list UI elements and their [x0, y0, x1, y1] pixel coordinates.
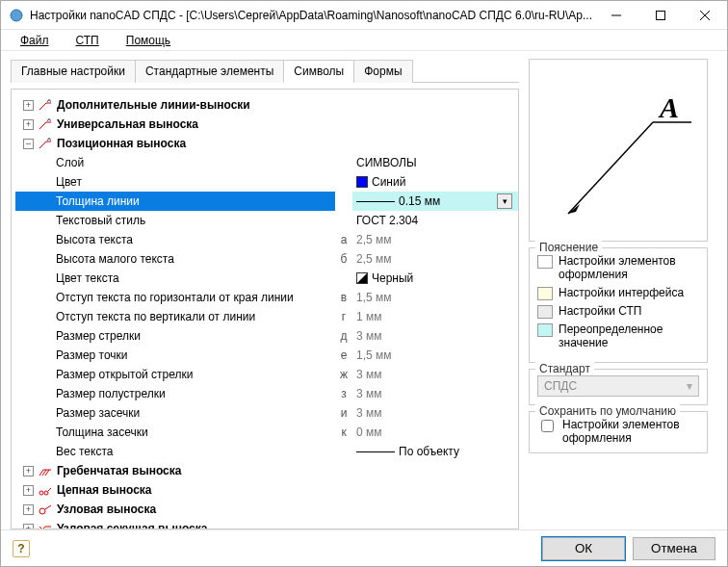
standard-group: Стандарт СПДС ▾ [529, 369, 708, 405]
prop-text-offset-horizontal[interactable]: Отступ текста по горизонтали от края лин… [15, 288, 518, 307]
prop-color[interactable]: Цвет Синий [15, 172, 518, 192]
svg-point-0 [11, 10, 22, 21]
prop-text-color[interactable]: Цвет текста Черный [15, 269, 518, 288]
legend-swatch-icon [537, 287, 553, 300]
svg-line-23 [568, 122, 653, 214]
svg-line-17 [48, 488, 51, 491]
prop-half-arrow-size[interactable]: Размер полустрелки з 3 мм [15, 384, 518, 403]
chevron-down-icon[interactable]: ▾ [497, 193, 512, 209]
legend-swatch-icon [537, 323, 553, 337]
svg-rect-2 [657, 11, 665, 19]
leader-icon: A [38, 137, 53, 150]
prop-arrow-size[interactable]: Размер стрелки д 3 мм [15, 326, 518, 346]
minimize-button[interactable] [594, 1, 638, 30]
svg-point-16 [44, 491, 48, 495]
tree-node-chain-leader[interactable]: + Цепная выноска [15, 480, 518, 500]
expand-icon[interactable]: + [23, 504, 34, 515]
tree-node-additional-leaders[interactable]: + A Дополнительные линии-выноски [15, 95, 518, 115]
save-default-title: Сохранить по умолчанию [535, 404, 680, 418]
save-default-group: Сохранить по умолчанию Настройки элемент… [529, 411, 708, 453]
prop-layer[interactable]: Слой СИМВОЛЫ [15, 153, 518, 172]
checkbox-input[interactable] [541, 420, 554, 432]
standard-title: Стандарт [535, 362, 594, 375]
legend-swatch-icon [537, 305, 553, 319]
maximize-button[interactable] [638, 1, 683, 30]
expand-icon[interactable]: + [23, 485, 34, 496]
nodal-leader-icon [38, 503, 53, 516]
color-swatch-icon [356, 176, 368, 188]
svg-line-19 [45, 505, 51, 509]
svg-point-18 [39, 508, 45, 514]
settings-tree-scroll[interactable]: + A Дополнительные линии-выноски + A Уни… [12, 90, 518, 528]
help-icon[interactable]: ? [13, 540, 30, 557]
prop-small-text-height[interactable]: Высота малого текста б 2,5 мм [15, 249, 518, 269]
expand-icon[interactable]: + [23, 119, 34, 130]
color-swatch-icon [356, 272, 368, 284]
tab-standard-elements[interactable]: Стандартные элементы [135, 60, 284, 83]
close-button[interactable] [683, 1, 727, 30]
tabstrip: Главные настройки Стандартные элементы С… [11, 59, 519, 83]
legend-group: Пояснение Настройки элементов оформления… [529, 247, 708, 363]
svg-point-15 [39, 491, 43, 495]
legend-item: Настройки СТП [537, 304, 699, 319]
menubar: Файл СТП Помощь [1, 30, 727, 51]
svg-text:А: А [658, 91, 679, 123]
settings-tree: + A Дополнительные линии-выноски + A Уни… [11, 89, 519, 529]
standard-select[interactable]: СПДС ▾ [537, 375, 699, 397]
collapse-icon[interactable]: – [23, 139, 34, 149]
tree-node-nodal-leader[interactable]: + Узловая выноска [15, 500, 518, 519]
tree-node-nodal-section-leader[interactable]: + Узловая секущая выноска [15, 519, 518, 528]
svg-text:A: A [47, 118, 51, 122]
tab-symbols[interactable]: Символы [283, 60, 354, 83]
ok-button[interactable]: ОК [542, 537, 625, 560]
expand-icon[interactable]: + [23, 100, 34, 111]
tab-main-settings[interactable]: Главные настройки [11, 60, 136, 83]
menu-file[interactable]: Файл [9, 32, 61, 49]
prop-text-height[interactable]: Высота текста а 2,5 мм [15, 230, 518, 249]
chevron-down-icon: ▾ [687, 379, 692, 393]
legend-item: Настройки интерфейса [537, 286, 699, 300]
tree-node-universal-leader[interactable]: + A Универсальная выноска [15, 115, 518, 134]
svg-text:A: A [47, 138, 51, 142]
preview-pane: А [529, 59, 708, 242]
app-icon [9, 8, 24, 23]
prop-line-thickness[interactable]: Толщина линии 0.15 мм ▾ [15, 192, 518, 211]
lineweight-sample-icon [356, 451, 395, 452]
svg-line-11 [39, 142, 46, 148]
legend-title: Пояснение [535, 241, 602, 254]
prop-open-arrow-size[interactable]: Размер открытой стрелки ж 3 мм [15, 365, 518, 384]
nodal-section-leader-icon [38, 522, 53, 528]
prop-text-offset-vertical[interactable]: Отступ текста по вертикали от линии г 1 … [15, 307, 518, 326]
prop-tick-thickness[interactable]: Толщина засечки к 0 мм [15, 423, 518, 442]
prop-dot-size[interactable]: Размер точки е 1,5 мм [15, 346, 518, 365]
titlebar: Настройки nanoCAD СПДС - [C:\Users\Серге… [1, 1, 727, 30]
legend-swatch-icon [537, 255, 553, 269]
tree-node-positional-leader[interactable]: – A Позиционная выноска [15, 134, 518, 153]
checkbox-label: Настройки элементов оформления [562, 418, 699, 445]
expand-icon[interactable]: + [23, 524, 34, 529]
svg-line-5 [39, 103, 46, 110]
prop-tick-size[interactable]: Размер засечки и 3 мм [15, 403, 518, 423]
menu-stp[interactable]: СТП [65, 32, 111, 49]
comb-leader-icon [38, 464, 53, 477]
cancel-button[interactable]: Отмена [633, 537, 715, 560]
legend-item: Настройки элементов оформления [537, 254, 699, 282]
expand-icon[interactable]: + [23, 466, 34, 477]
lineweight-sample-icon [356, 201, 395, 202]
svg-text:A: A [47, 99, 51, 103]
window-title: Настройки nanoCAD СПДС - [C:\Users\Серге… [30, 9, 594, 22]
tab-forms[interactable]: Формы [353, 60, 412, 83]
svg-line-8 [39, 122, 46, 129]
save-default-checkbox[interactable]: Настройки элементов оформления [537, 418, 699, 445]
chain-leader-icon [38, 483, 53, 497]
legend-item: Переопределенное значение [537, 322, 699, 350]
prop-text-weight[interactable]: Вес текста По объекту [15, 442, 518, 461]
leader-icon: A [38, 98, 53, 112]
prop-text-style[interactable]: Текстовый стиль ГОСТ 2.304 [15, 211, 518, 230]
tree-node-comb-leader[interactable]: + Гребенчатая выноска [15, 461, 518, 480]
leader-icon: A [38, 117, 53, 131]
menu-help[interactable]: Помощь [115, 32, 182, 49]
